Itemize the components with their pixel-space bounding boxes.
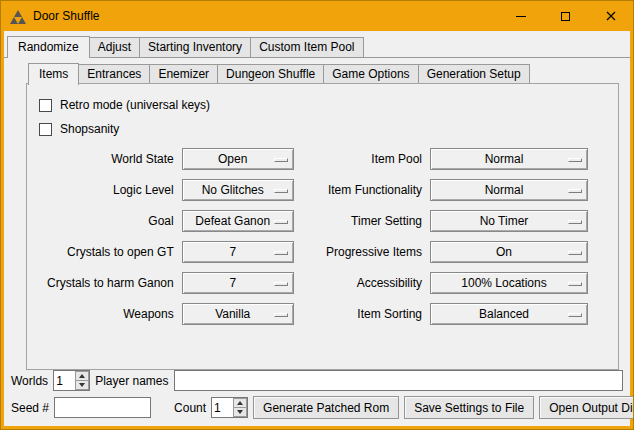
window-controls xyxy=(498,1,633,31)
worlds-down-button[interactable] xyxy=(75,381,89,390)
settings-notebook: Items Entrances Enemizer Dungeon Shuffle… xyxy=(26,63,619,370)
open-output-directory-button[interactable]: Open Output Directory xyxy=(539,396,634,419)
retro-mode-checkbox-row[interactable]: Retro mode (universal keys) xyxy=(39,94,610,116)
checkbox-unchecked-icon[interactable] xyxy=(39,123,52,136)
goal-dropdown[interactable]: Defeat Ganon xyxy=(182,210,294,232)
menu-indicator-icon xyxy=(568,313,582,317)
logic-level-dropdown[interactable]: No Glitches xyxy=(182,179,294,201)
dropdown-value: No Timer xyxy=(480,214,539,228)
crystals-harm-ganon-label: Crystals to harm Ganon xyxy=(47,276,174,290)
dropdown-value: No Glitches xyxy=(202,183,274,197)
subtab-entrances[interactable]: Entrances xyxy=(78,64,150,84)
dropdown-value: On xyxy=(496,245,522,259)
titlebar[interactable]: Door Shuffle xyxy=(1,1,633,31)
seed-label: Seed # xyxy=(11,401,49,415)
arrow-down-icon xyxy=(237,410,243,414)
worlds-row: Worlds Player names xyxy=(11,370,623,391)
timer-setting-label: Timer Setting xyxy=(302,214,422,228)
menu-indicator-icon xyxy=(568,158,582,162)
worlds-input[interactable] xyxy=(54,371,75,390)
app-icon xyxy=(10,8,26,24)
subtab-game-options[interactable]: Game Options xyxy=(323,64,418,84)
arrow-up-icon xyxy=(79,374,85,378)
subtab-enemizer[interactable]: Enemizer xyxy=(149,64,218,84)
close-button[interactable] xyxy=(588,1,633,31)
worlds-spinner xyxy=(53,370,90,391)
subtab-items[interactable]: Items xyxy=(28,63,79,85)
seed-input[interactable] xyxy=(54,397,151,418)
dropdown-value: Defeat Ganon xyxy=(195,214,280,228)
dropdown-value: Normal xyxy=(485,183,534,197)
item-pool-label: Item Pool xyxy=(302,152,422,166)
menu-indicator-icon xyxy=(274,282,288,286)
subtab-dungeon-shuffle[interactable]: Dungeon Shuffle xyxy=(217,64,324,84)
crystals-harm-ganon-dropdown[interactable]: 7 xyxy=(182,272,294,294)
sub-tab-bar: Items Entrances Enemizer Dungeon Shuffle… xyxy=(26,63,619,84)
weapons-dropdown[interactable]: Vanilla xyxy=(182,303,294,325)
generate-patched-rom-button[interactable]: Generate Patched Rom xyxy=(253,396,399,419)
worlds-spinner-buttons xyxy=(75,371,89,390)
weapons-label: Weapons xyxy=(47,307,174,321)
menu-indicator-icon xyxy=(274,189,288,193)
maximize-button[interactable] xyxy=(543,1,588,31)
retro-mode-label: Retro mode (universal keys) xyxy=(60,98,210,112)
dropdown-value: Open xyxy=(218,152,257,166)
save-settings-button[interactable]: Save Settings to File xyxy=(404,396,534,419)
shopsanity-checkbox-row[interactable]: Shopsanity xyxy=(39,118,610,140)
menu-indicator-icon xyxy=(274,251,288,255)
item-pool-dropdown[interactable]: Normal xyxy=(430,148,588,170)
count-input[interactable] xyxy=(212,398,233,417)
arrow-up-icon xyxy=(237,401,243,405)
player-names-label: Player names xyxy=(95,374,168,388)
crystals-open-gt-dropdown[interactable]: 7 xyxy=(182,241,294,263)
dropdown-value: Balanced xyxy=(479,307,539,321)
tab-adjust[interactable]: Adjust xyxy=(89,37,140,57)
count-spinner xyxy=(211,397,248,418)
seed-row: Seed # Count Generate Patched Rom Save S… xyxy=(11,396,623,419)
dropdown-value: 7 xyxy=(229,245,246,259)
minimize-icon xyxy=(516,16,526,17)
menu-indicator-icon xyxy=(274,158,288,162)
menu-indicator-icon xyxy=(568,189,582,193)
count-up-button[interactable] xyxy=(233,398,247,408)
world-state-dropdown[interactable]: Open xyxy=(182,148,294,170)
tab-custom-item-pool[interactable]: Custom Item Pool xyxy=(250,37,363,57)
count-spinner-buttons xyxy=(233,398,247,417)
arrow-down-icon xyxy=(79,383,85,387)
menu-indicator-icon xyxy=(568,220,582,224)
door-shuffle-window: Door Shuffle Randomize Adjust Starting I… xyxy=(0,0,634,430)
count-label: Count xyxy=(174,401,206,415)
timer-setting-dropdown[interactable]: No Timer xyxy=(430,210,588,232)
menu-indicator-icon xyxy=(568,251,582,255)
main-tab-bar: Randomize Adjust Starting Inventory Cust… xyxy=(7,36,630,57)
menu-indicator-icon xyxy=(568,282,582,286)
tab-randomize[interactable]: Randomize xyxy=(7,36,90,58)
goal-label: Goal xyxy=(47,214,174,228)
shopsanity-label: Shopsanity xyxy=(60,122,119,136)
player-names-input[interactable] xyxy=(174,370,624,391)
dropdown-value: Normal xyxy=(485,152,534,166)
item-sorting-label: Item Sorting xyxy=(302,307,422,321)
bottom-controls: Worlds Player names Seed # Count xyxy=(4,370,630,426)
accessibility-dropdown[interactable]: 100% Locations xyxy=(430,272,588,294)
subtab-generation-setup[interactable]: Generation Setup xyxy=(418,64,530,84)
count-down-button[interactable] xyxy=(233,408,247,417)
checkbox-unchecked-icon[interactable] xyxy=(39,99,52,112)
world-state-label: World State xyxy=(47,152,174,166)
menu-indicator-icon xyxy=(274,313,288,317)
window-body: Randomize Adjust Starting Inventory Cust… xyxy=(4,31,630,426)
items-tab-panel: Retro mode (universal keys) Shopsanity W… xyxy=(26,83,619,370)
randomize-tab-panel: Items Entrances Enemizer Dungeon Shuffle… xyxy=(4,57,630,426)
worlds-up-button[interactable] xyxy=(75,371,89,381)
settings-grid: World State Open Item Pool Normal Logic … xyxy=(47,148,588,325)
worlds-label: Worlds xyxy=(11,374,48,388)
dropdown-value: 100% Locations xyxy=(461,276,556,290)
tab-starting-inventory[interactable]: Starting Inventory xyxy=(139,37,251,57)
crystals-open-gt-label: Crystals to open GT xyxy=(47,245,174,259)
dropdown-value: 7 xyxy=(229,276,246,290)
item-sorting-dropdown[interactable]: Balanced xyxy=(430,303,588,325)
progressive-items-dropdown[interactable]: On xyxy=(430,241,588,263)
item-functionality-dropdown[interactable]: Normal xyxy=(430,179,588,201)
maximize-icon xyxy=(561,12,570,21)
minimize-button[interactable] xyxy=(498,1,543,31)
